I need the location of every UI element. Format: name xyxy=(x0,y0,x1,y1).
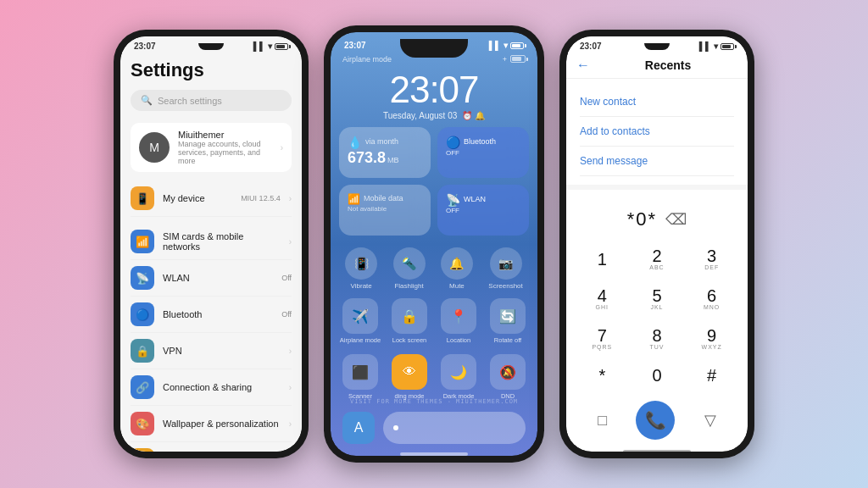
mobile-data-tile[interactable]: 📶 Mobile data Not available xyxy=(339,185,431,236)
key-0[interactable]: 0 xyxy=(632,360,683,391)
key-num-3: 3 xyxy=(707,247,716,264)
scanner-icon: ⬛ xyxy=(342,354,378,390)
data-tile[interactable]: 💧 via month 673.8 MB xyxy=(339,127,431,178)
bluetooth-text: Bluetooth xyxy=(163,309,273,319)
rotate-btn[interactable]: 🔄 Rotate off xyxy=(487,298,529,344)
notch xyxy=(400,39,468,58)
cc-tiles-grid: 💧 via month 673.8 MB 🔵 Bluetooth xyxy=(331,127,537,236)
wlan-tile[interactable]: 📡 WLAN OFF xyxy=(437,185,529,236)
square-nav-btn[interactable]: □ xyxy=(598,412,607,430)
wlan-item[interactable]: 📡 WLAN Off xyxy=(131,260,292,297)
key-7[interactable]: 7 PQRS xyxy=(576,320,628,357)
key-6[interactable]: 6 MNO xyxy=(686,280,737,317)
location-icon: 📍 xyxy=(441,298,476,334)
wallpaper-item[interactable]: 🎨 Wallpaper & personalization › xyxy=(131,406,292,442)
wifi-icon: ▾ xyxy=(268,42,272,51)
signal-icon: ▌▌ xyxy=(699,42,711,51)
notch xyxy=(198,43,224,50)
send-message-btn[interactable]: Send message xyxy=(580,147,734,176)
lock-btn[interactable]: 🔒 Lock screen xyxy=(388,298,431,344)
watermark: VISIT FOR MORE THEMES - MIUITHEMER.COM xyxy=(331,398,537,405)
keypad: 1 2 ABC 3 DEF 4 GHI xyxy=(566,237,748,394)
sim-item[interactable]: 📶 SIM cards & mobile networks › xyxy=(131,224,292,260)
dnd-btn[interactable]: 🔕 DND xyxy=(487,354,529,400)
app-icon[interactable]: A xyxy=(342,412,375,444)
scanner-btn[interactable]: ⬛ Scanner xyxy=(339,354,381,400)
flashlight-btn[interactable]: 🔦 Flashlight xyxy=(393,247,426,290)
location-btn[interactable]: 📍 Location xyxy=(437,298,480,344)
wlan-text: WLAN xyxy=(163,273,273,283)
my-device-item[interactable]: 📱 My device MIUI 12.5.4 › xyxy=(131,180,292,217)
mobile-status: Not available xyxy=(348,205,422,213)
my-device-badge: MIUI 12.5.4 xyxy=(241,194,281,202)
add-to-contacts-btn[interactable]: Add to contacts xyxy=(580,117,734,147)
signal-icon: ▌▌ xyxy=(489,41,501,50)
wifi-icon: ▾ xyxy=(714,42,718,51)
airplane-action-label: Airplane mode xyxy=(340,336,381,344)
connection-icon: 🔗 xyxy=(131,375,154,399)
mute-btn[interactable]: 🔔 Mute xyxy=(441,247,473,290)
vibrate-btn[interactable]: 📳 Vibrate xyxy=(345,247,377,290)
key-2[interactable]: 2 ABC xyxy=(632,241,683,277)
data-value: 673.8 xyxy=(348,149,386,167)
new-contact-btn[interactable]: New contact xyxy=(580,87,734,117)
key-hash[interactable]: # xyxy=(686,360,737,391)
search-icon: 🔍 xyxy=(141,95,153,106)
bluetooth-item[interactable]: 🔵 Bluetooth Off xyxy=(131,297,292,333)
user-info: Miuithemer Manage accounts, cloud servic… xyxy=(178,130,272,165)
data-tile-title: via month xyxy=(365,137,398,146)
key-star[interactable]: * xyxy=(576,360,628,391)
back-button[interactable]: ← xyxy=(576,58,590,73)
text-input-bar[interactable] xyxy=(383,412,526,444)
airplane-btn[interactable]: ✈️ Airplane mode xyxy=(339,298,381,344)
search-bar[interactable]: 🔍 Search settings xyxy=(131,90,292,111)
screenshot-btn[interactable]: 📷 Screenshot xyxy=(488,247,522,290)
divider xyxy=(566,185,748,190)
sim-text: SIM cards & mobile networks xyxy=(163,231,281,252)
triangle-nav-btn[interactable]: ▽ xyxy=(704,411,716,430)
key-4[interactable]: 4 GHI xyxy=(576,280,628,317)
key-5[interactable]: 5 JKL xyxy=(632,280,683,317)
bluetooth-tile[interactable]: 🔵 Bluetooth OFF xyxy=(437,127,529,178)
connection-item[interactable]: 🔗 Connection & sharing › xyxy=(131,369,292,406)
phone-icon: 📞 xyxy=(645,410,666,430)
key-letters-2: ABC xyxy=(649,264,664,270)
search-placeholder: Search settings xyxy=(158,96,222,106)
key-letters-7: PQRS xyxy=(592,344,612,350)
rotate-label: Rotate off xyxy=(494,336,521,344)
bt-status: OFF xyxy=(446,149,520,157)
battery-icon xyxy=(721,43,734,50)
connection-text: Connection & sharing xyxy=(163,382,281,392)
call-button[interactable]: 📞 xyxy=(636,401,675,440)
key-1[interactable]: 1 xyxy=(576,241,628,277)
location-label: Location xyxy=(447,336,470,344)
key-9[interactable]: 9 WXYZ xyxy=(686,320,737,357)
key-3[interactable]: 3 DEF xyxy=(686,241,737,277)
date-icons: ⏰ 🔔 xyxy=(462,111,485,120)
user-section[interactable]: M Miuithemer Manage accounts, cloud serv… xyxy=(131,123,292,172)
settings-screen: 23:07 ▌▌ ▾ Settings 🔍 Search setting xyxy=(120,36,302,452)
dialer-display: *0* xyxy=(627,208,657,230)
avatar: M xyxy=(139,132,170,163)
backspace-button[interactable]: ⌫ xyxy=(665,210,687,229)
home-indicator xyxy=(400,452,468,456)
dialer-input-area: *0* ⌫ xyxy=(566,198,748,237)
water-drop-icon: 💧 xyxy=(348,136,362,149)
settings-content: Settings 🔍 Search settings M Miuithemer … xyxy=(120,53,302,452)
key-letters-9: WXYZ xyxy=(702,344,722,350)
lock-label: Lock screen xyxy=(392,336,426,344)
wallpaper-text: Wallpaper & personalization xyxy=(163,419,281,429)
battery-icon xyxy=(510,42,524,49)
always-on-item[interactable]: 🔔 Always-on display & Lock › xyxy=(131,442,292,452)
battery-icon-small xyxy=(510,55,526,63)
key-8[interactable]: 8 TUV xyxy=(632,320,683,357)
data-unit: MB xyxy=(387,156,399,164)
mobile-icon: 📶 xyxy=(348,193,360,205)
ding-icon: 👁 xyxy=(392,354,427,390)
flashlight-label: Flashlight xyxy=(394,282,423,290)
key-letters-3: DEF xyxy=(704,264,719,270)
date-text: Tuesday, August 03 xyxy=(383,111,457,120)
dark-mode-btn[interactable]: 🌙 Dark mode xyxy=(437,354,480,400)
ding-btn[interactable]: 👁 ding mode xyxy=(388,354,431,400)
vpn-item[interactable]: 🔒 VPN › xyxy=(131,333,292,369)
